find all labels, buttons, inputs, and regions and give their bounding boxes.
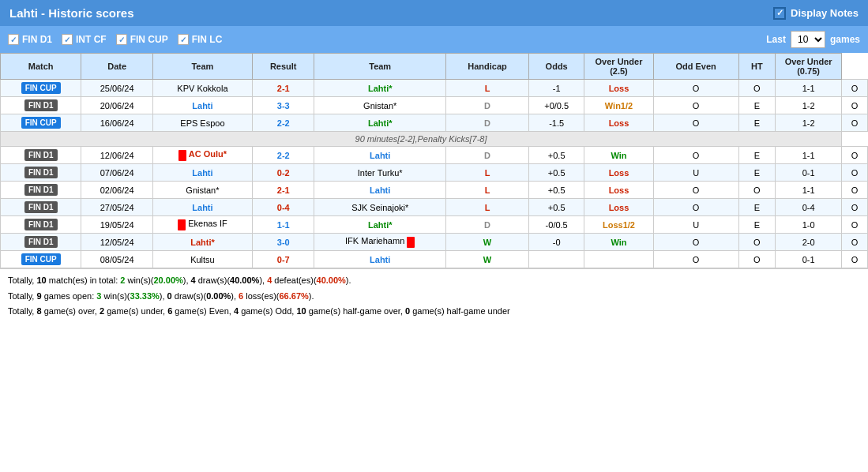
ou075-cell: O bbox=[842, 147, 868, 164]
display-notes-checkbox[interactable]: ✓ bbox=[773, 7, 786, 20]
team2-cell: Lahti* bbox=[314, 80, 446, 97]
table-row: FIN D102/06/24Gnistan*2-1LahtiL+0.5LossO… bbox=[1, 182, 868, 199]
match-badge: FIN D1 bbox=[1, 234, 81, 251]
table-row: FIN D112/05/24Lahti*3-0IFK Mariehamn W-0… bbox=[1, 234, 868, 251]
col-ou075: Over Under (0.75) bbox=[776, 54, 842, 80]
col-oddeven: Odd Even bbox=[653, 54, 738, 80]
team2-cell: SJK Seinajoki* bbox=[314, 199, 446, 216]
col-ou25: Over Under (2.5) bbox=[584, 54, 653, 80]
odds-cell: Loss bbox=[584, 114, 653, 132]
score-cell: 2-1 bbox=[253, 182, 314, 199]
match-badge: FIN CUP bbox=[1, 114, 81, 132]
display-notes-area: ✓ Display Notes bbox=[773, 7, 859, 20]
team1-cell: Kultsu bbox=[152, 251, 252, 268]
filter-fin-lc[interactable]: ✓ FIN LC bbox=[178, 34, 223, 45]
ht-cell: 0-4 bbox=[776, 199, 842, 216]
score-cell: 3-3 bbox=[253, 97, 314, 114]
team2-cell: Lahti* bbox=[314, 216, 446, 234]
ht-cell: 2-0 bbox=[776, 234, 842, 251]
odds-cell: Loss bbox=[584, 182, 653, 199]
result-letter: W bbox=[446, 234, 529, 251]
match-date: 19/05/24 bbox=[81, 216, 152, 234]
ou075-cell: O bbox=[842, 182, 868, 199]
match-date: 07/06/24 bbox=[81, 164, 152, 182]
oddeven-cell: O bbox=[738, 80, 775, 97]
summary-line2: Totally, 9 games open: 3 win(s)(33.33%),… bbox=[8, 290, 860, 304]
ou25-cell: O bbox=[653, 97, 738, 114]
team1-cell: Lahti bbox=[152, 199, 252, 216]
team2-cell: Lahti* bbox=[314, 114, 446, 132]
games-select[interactable]: 10 bbox=[791, 31, 825, 48]
score-cell: 3-0 bbox=[253, 234, 314, 251]
odds-cell: Loss bbox=[584, 164, 653, 182]
ht-cell: 1-1 bbox=[776, 80, 842, 97]
team1-cell: AC Oulu* bbox=[152, 147, 252, 164]
ou25-cell: O bbox=[653, 251, 738, 268]
page-title: Lahti - Historic scores bbox=[9, 6, 134, 20]
oddeven-cell: E bbox=[738, 147, 775, 164]
ou25-cell: O bbox=[653, 114, 738, 132]
ou075-cell: O bbox=[842, 97, 868, 114]
odds-cell: Win bbox=[584, 234, 653, 251]
result-letter: D bbox=[446, 147, 529, 164]
note-row: 90 minutes[2-2],Penalty Kicks[7-8] bbox=[1, 132, 868, 147]
handicap-cell: -0 bbox=[529, 234, 584, 251]
team1-cell: Lahti bbox=[152, 164, 252, 182]
result-letter: L bbox=[446, 199, 529, 216]
oddeven-cell: E bbox=[738, 164, 775, 182]
match-date: 02/06/24 bbox=[81, 182, 152, 199]
score-cell: 0-7 bbox=[253, 251, 314, 268]
filter-fin-d1[interactable]: ✓ FIN D1 bbox=[8, 34, 52, 45]
col-match: Match bbox=[1, 54, 81, 80]
filter-fin-cup[interactable]: ✓ FIN CUP bbox=[116, 34, 168, 45]
col-team2: Team bbox=[314, 54, 446, 80]
team2-cell: Lahti bbox=[314, 147, 446, 164]
ou25-cell: O bbox=[653, 80, 738, 97]
col-handicap: Handicap bbox=[446, 54, 529, 80]
score-cell: 0-2 bbox=[253, 164, 314, 182]
table-row: FIN CUP25/06/24KPV Kokkola2-1Lahti*L-1Lo… bbox=[1, 80, 868, 97]
result-letter: L bbox=[446, 182, 529, 199]
match-badge: FIN D1 bbox=[1, 199, 81, 216]
handicap-cell: +0.5 bbox=[529, 182, 584, 199]
red-card-icon bbox=[407, 237, 415, 248]
result-letter: D bbox=[446, 114, 529, 132]
oddeven-cell: O bbox=[738, 234, 775, 251]
handicap-cell: +0.5 bbox=[529, 199, 584, 216]
match-date: 27/05/24 bbox=[81, 199, 152, 216]
col-odds: Odds bbox=[529, 54, 584, 80]
table-row: FIN D119/05/24 Ekenas IF1-1Lahti*D-0/0.5… bbox=[1, 216, 868, 234]
result-letter: W bbox=[446, 251, 529, 268]
match-badge: FIN CUP bbox=[1, 251, 81, 268]
handicap-cell: +0.5 bbox=[529, 147, 584, 164]
red-card-icon bbox=[178, 150, 186, 161]
filter-int-cf[interactable]: ✓ INT CF bbox=[62, 34, 107, 45]
score-cell: 2-2 bbox=[253, 114, 314, 132]
summary-section: Totally, 10 match(es) in total: 2 win(s)… bbox=[0, 268, 868, 325]
team1-cell: Lahti* bbox=[152, 234, 252, 251]
match-date: 25/06/24 bbox=[81, 80, 152, 97]
odds-cell: Win1/2 bbox=[584, 97, 653, 114]
ou075-cell: O bbox=[842, 216, 868, 234]
oddeven-cell: E bbox=[738, 216, 775, 234]
red-card-icon bbox=[178, 219, 186, 230]
oddeven-cell: O bbox=[738, 251, 775, 268]
oddeven-cell: O bbox=[738, 182, 775, 199]
match-date: 12/05/24 bbox=[81, 234, 152, 251]
score-cell: 2-2 bbox=[253, 147, 314, 164]
team2-cell: Lahti bbox=[314, 182, 446, 199]
odds-cell bbox=[584, 251, 653, 268]
games-label: games bbox=[830, 34, 860, 45]
ht-cell: 0-1 bbox=[776, 164, 842, 182]
result-letter: L bbox=[446, 164, 529, 182]
ou25-cell: U bbox=[653, 216, 738, 234]
handicap-cell: -0/0.5 bbox=[529, 216, 584, 234]
match-badge: FIN D1 bbox=[1, 216, 81, 234]
col-ht: HT bbox=[738, 54, 775, 80]
ou075-cell: O bbox=[842, 234, 868, 251]
last-games-area: Last 10 games bbox=[766, 31, 860, 48]
filter-bar: ✓ FIN D1 ✓ INT CF ✓ FIN CUP ✓ FIN LC Las… bbox=[0, 26, 868, 53]
ou075-cell: O bbox=[842, 80, 868, 97]
team2-cell: Lahti bbox=[314, 251, 446, 268]
score-cell: 2-1 bbox=[253, 80, 314, 97]
